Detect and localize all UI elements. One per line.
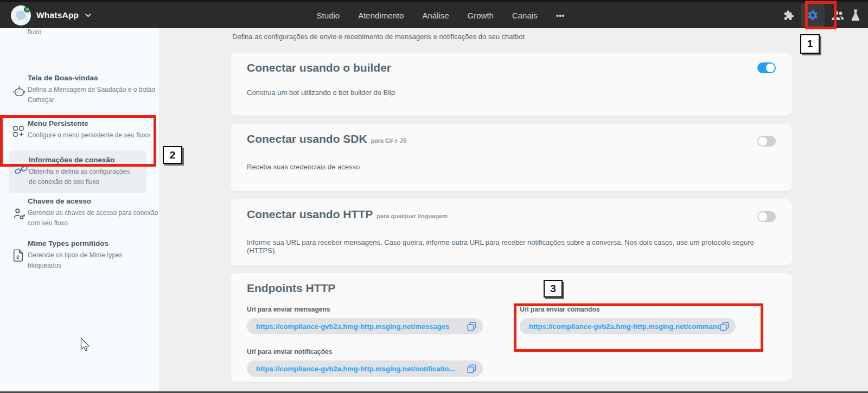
card-conectar-usando-http: Conectar usando HTTPpara qualquer lingua… [231,199,792,265]
annotation-label-1: 1 [800,34,820,54]
top-navbar: WhatsApp Studio Atendimento Análise Grow… [0,0,868,28]
annotation-label-2: 2 [163,146,182,164]
nav-item-more[interactable]: ••• [556,11,565,20]
copy-icon[interactable] [467,364,476,373]
card-title-suffix: para qualquer linguagem [376,213,448,219]
card-description: Informe sua URL para receber mensagens. … [247,238,776,255]
sidebar-item-tela-de-boas-vindas[interactable]: Tela de Boas-vindas Defina a Mensagem de… [0,74,159,105]
card-description: Construa um bot utilizando o bot builder… [247,88,395,97]
access-key-icon [13,208,25,223]
builder-toggle[interactable] [757,62,776,73]
copy-icon[interactable] [467,322,476,331]
annotation-box-3 [514,303,763,352]
card-title: Conectar usando SDKpara C# e JS [247,132,407,145]
card-title: Conectar usando o builder [247,61,391,74]
card-title: Endpoints HTTP [247,282,335,295]
sidebar-item-title: Mime Types permitidos [28,239,159,248]
toggle-knob [766,64,775,72]
flask-icon[interactable] [851,9,860,21]
window-top-strip [0,0,868,2]
sidebar-item-description: Gerencie os tipos de Mime types bloquead… [28,250,129,270]
chevron-down-icon [85,14,91,17]
nav-item-studio[interactable]: Studio [317,11,340,20]
toggle-knob [758,137,767,145]
annotation-box-2 [0,115,156,167]
card-title: Conectar usando HTTPpara qualquer lingua… [247,208,448,221]
page-description: Defina as configurações de envio e receb… [232,33,525,41]
puzzle-icon[interactable] [783,10,794,21]
card-title-text: Conectar usando SDK [247,132,367,145]
sidebar-item-mime-types-permitidos[interactable]: Mime Types permitidos Gerencie os tipos … [0,239,159,270]
robot-icon [13,86,25,99]
messages-url-link[interactable]: https://compliance-gvb2a.hmg-http.msging… [256,322,449,331]
url-pill: https://compliance-gvb2a.hmg-http.msging… [247,360,483,377]
field-label: Url para enviar mensagens [247,306,483,313]
toggle-knob [758,212,767,221]
card-conectar-usando-builder: Conectar usando o builder Construa um bo… [231,53,792,116]
card-conectar-usando-sdk: Conectar usando SDKpara C# e JS Receba s… [231,124,792,191]
bot-selector[interactable]: WhatsApp [11,4,91,26]
mime-file-icon [13,249,23,264]
url-para-enviar-mensagens-field: Url para enviar mensagens https://compli… [247,306,483,334]
url-para-enviar-notificacoes-field: Url para enviar notificações https://com… [247,348,483,377]
sidebar-item-chaves-de-acesso[interactable]: Chaves de acesso Gerencie as chaves de a… [0,197,159,228]
nav-item-growth[interactable]: Growth [468,11,494,20]
nav-item-canais[interactable]: Canais [512,11,538,20]
main-menu: Studio Atendimento Análise Growth Canais… [317,2,565,28]
sidebar-item-description: Gerencie as chaves de acesso para conexã… [28,208,159,228]
sidebar-item-title: Chaves de acesso [28,197,159,205]
card-title-text: Conectar usando HTTP [247,208,373,220]
card-title-suffix: para C# e JS [371,137,407,144]
annotation-box-1 [805,1,837,29]
bot-name: WhatsApp [36,10,79,20]
sidebar-item-title: Tela de Boas-vindas [28,74,159,82]
field-label: Url para enviar notificações [247,348,483,356]
bot-avatar [11,5,31,26]
mouse-cursor [80,338,91,354]
sidebar-item-description: Obtenha e defina as configurações de con… [29,167,136,187]
annotation-label-3: 3 [544,280,563,297]
scrolled-text-fragment: fluxo [28,28,41,36]
nav-item-analise[interactable]: Análise [422,11,449,20]
notifications-url-link[interactable]: https://compliance-gvb2a.hmg-http.msging… [256,365,455,373]
http-toggle[interactable] [757,211,776,222]
sdk-toggle[interactable] [757,136,776,147]
url-pill: https://compliance-gvb2a.hmg-http.msging… [247,318,483,334]
nav-item-atendimento[interactable]: Atendimento [358,11,404,20]
card-title-text: Conectar usando o builder [247,61,391,74]
card-description: Receba suas credenciais de acesso [247,163,360,171]
settings-sidebar: fluxo Tela de Boas-vindas Defina a Mensa… [0,28,159,391]
page: WhatsApp Studio Atendimento Análise Grow… [0,0,868,393]
sidebar-item-description: Defina a Mensagem de Saudação e o botão … [28,85,156,105]
